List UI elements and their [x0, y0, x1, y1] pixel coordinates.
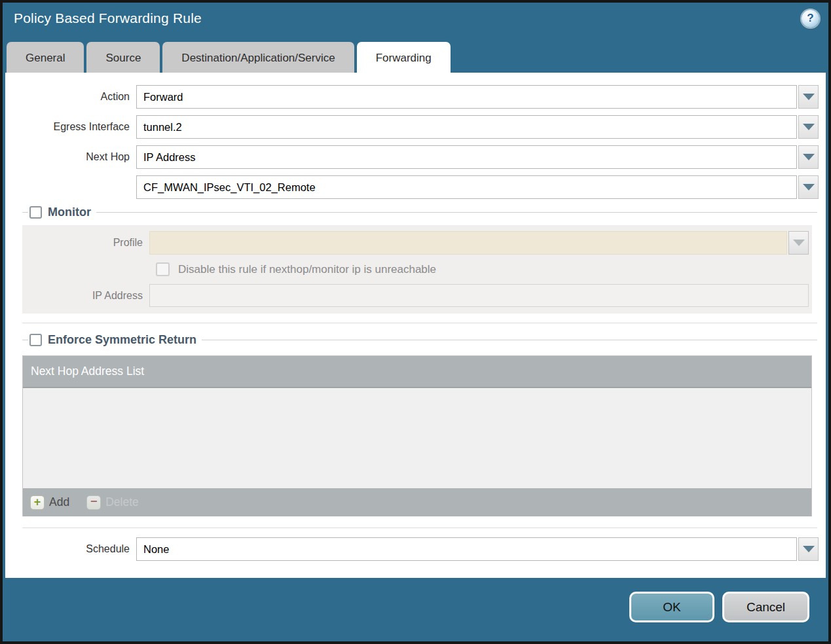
symmetric-return-fieldset: Enforce Symmetric Return Next Hop Addres… — [22, 333, 817, 528]
next-hop-address-field[interactable]: CF_MWAN_IPsec_VTI_02_Remote — [136, 175, 797, 199]
next-hop-type-field[interactable]: IP Address — [136, 145, 797, 169]
profile-dropdown-button — [788, 231, 809, 255]
tab-bar: General Source Destination/Application/S… — [3, 42, 828, 73]
chevron-down-icon — [803, 124, 815, 130]
profile-combo — [149, 231, 809, 255]
profile-label: Profile — [22, 237, 149, 249]
monitor-checkbox[interactable] — [29, 206, 42, 219]
action-combo: Forward — [136, 85, 819, 109]
schedule-combo: None — [136, 537, 819, 561]
chevron-down-icon — [803, 154, 815, 160]
chevron-down-icon — [803, 546, 815, 552]
monitor-ip-address-field — [149, 284, 809, 307]
disable-rule-row: Disable this rule if nexthop/monitor ip … — [156, 262, 812, 276]
next-hop-label: Next Hop — [5, 151, 136, 163]
egress-interface-row: Egress Interface tunnel.2 — [5, 115, 826, 139]
monitor-fieldset: Monitor Profile Disable — [22, 206, 817, 323]
schedule-label: Schedule — [5, 543, 136, 555]
next-hop-combo: IP Address — [136, 145, 819, 169]
forwarding-tab-panel: Action Forward Egress Interface tunnel.2 — [5, 73, 826, 578]
egress-interface-label: Egress Interface — [5, 121, 136, 133]
tab-forwarding[interactable]: Forwarding — [357, 42, 451, 73]
monitor-ip-address-row: IP Address — [22, 284, 812, 307]
chevron-down-icon — [793, 240, 805, 246]
action-row: Action Forward — [5, 85, 826, 109]
egress-interface-dropdown-button[interactable] — [798, 115, 819, 139]
monitor-legend-label: Monitor — [48, 206, 91, 219]
tab-source[interactable]: Source — [86, 42, 160, 73]
disable-rule-label: Disable this rule if nexthop/monitor ip … — [178, 263, 436, 276]
action-value-field[interactable]: Forward — [136, 85, 797, 109]
profile-row: Profile — [22, 231, 812, 255]
delete-minus-icon: − — [86, 495, 101, 510]
action-dropdown-button[interactable] — [798, 85, 819, 109]
help-icon[interactable]: ? — [802, 10, 819, 27]
monitor-body: Profile Disable this rule if nexthop/mon… — [22, 225, 812, 313]
ok-button[interactable]: OK — [629, 592, 714, 622]
chevron-down-icon — [803, 184, 815, 190]
schedule-value-field[interactable]: None — [136, 537, 797, 561]
tab-general[interactable]: General — [7, 42, 84, 73]
add-button-label: Add — [49, 495, 69, 509]
dialog-titlebar: Policy Based Forwarding Rule ? — [3, 3, 828, 34]
profile-value-field — [149, 231, 787, 255]
delete-button: − Delete — [86, 495, 139, 510]
next-hop-row: Next Hop IP Address — [5, 145, 826, 169]
egress-interface-value-field[interactable]: tunnel.2 — [136, 115, 797, 139]
next-hop-address-dropdown-button[interactable] — [798, 175, 819, 199]
schedule-dropdown-button[interactable] — [798, 537, 819, 561]
enforce-symmetric-return-checkbox[interactable] — [29, 334, 42, 346]
dialog-title: Policy Based Forwarding Rule — [14, 10, 202, 26]
next-hop-address-list-table: Next Hop Address List + Add − Delete — [22, 355, 812, 516]
add-button[interactable]: + Add — [30, 495, 69, 510]
add-plus-icon: + — [30, 495, 45, 510]
next-hop-address-list-body[interactable] — [23, 388, 811, 488]
disable-rule-checkbox — [156, 262, 170, 276]
next-hop-address-list-header: Next Hop Address List — [23, 356, 811, 388]
monitor-legend: Monitor — [22, 206, 817, 219]
symmetric-return-legend-label: Enforce Symmetric Return — [48, 333, 196, 347]
next-hop-address-row: CF_MWAN_IPsec_VTI_02_Remote — [5, 175, 826, 199]
dialog-footer: OK Cancel — [3, 578, 828, 641]
screenshot-frame: Policy Based Forwarding Rule ? General S… — [0, 0, 831, 644]
pbf-rule-dialog: Policy Based Forwarding Rule ? General S… — [3, 3, 828, 641]
schedule-row: Schedule None — [5, 537, 826, 561]
monitor-ip-address-label: IP Address — [22, 290, 149, 302]
egress-interface-combo: tunnel.2 — [136, 115, 819, 139]
next-hop-address-list-toolbar: + Add − Delete — [23, 488, 811, 516]
chevron-down-icon — [803, 94, 815, 100]
next-hop-address-combo: CF_MWAN_IPsec_VTI_02_Remote — [136, 175, 819, 199]
delete-button-label: Delete — [105, 495, 139, 509]
cancel-button[interactable]: Cancel — [722, 592, 809, 622]
tab-destination-application-service[interactable]: Destination/Application/Service — [162, 42, 354, 73]
next-hop-dropdown-button[interactable] — [798, 145, 819, 169]
symmetric-return-legend: Enforce Symmetric Return — [22, 333, 817, 347]
action-label: Action — [5, 91, 136, 103]
